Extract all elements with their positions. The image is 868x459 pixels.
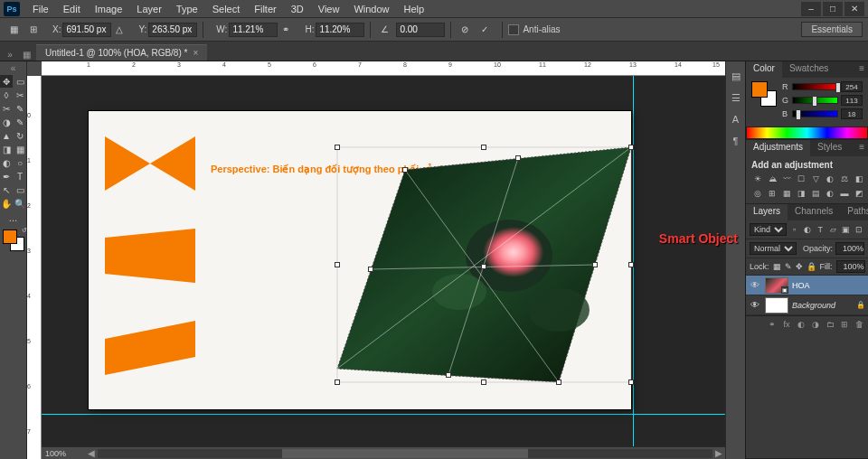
lasso-tool[interactable]: ◊ xyxy=(0,89,13,101)
x-field[interactable] xyxy=(62,23,111,37)
tab-channels[interactable]: Channels xyxy=(788,204,840,220)
visibility-icon[interactable]: 👁 xyxy=(749,300,761,310)
brush-tool[interactable]: ✎ xyxy=(14,116,26,128)
menu-select[interactable]: Select xyxy=(205,2,248,16)
blur-tool[interactable]: ◐ xyxy=(0,156,13,169)
invert-icon[interactable]: ◨ xyxy=(795,187,807,200)
filter-shape-icon[interactable]: ▱ xyxy=(828,224,838,235)
cancel-transform-icon[interactable]: ⊘ xyxy=(457,22,473,38)
transform-handle[interactable] xyxy=(515,155,521,161)
tab-swatches[interactable]: Swatches xyxy=(782,61,835,78)
delete-layer-icon[interactable]: 🗑 xyxy=(854,319,864,330)
bw-icon[interactable]: ◧ xyxy=(853,173,865,185)
channelmixer-icon[interactable]: ⊞ xyxy=(766,187,778,200)
canvas-area[interactable]: 1 2 3 4 5 6 7 8 9 10 11 12 13 14 15 0 1 … xyxy=(27,61,725,459)
gradient-tool[interactable]: ▦ xyxy=(14,143,26,155)
marquee-tool[interactable]: ▭ xyxy=(14,75,26,88)
lock-all-icon[interactable]: 🔒 xyxy=(807,262,816,271)
link-icon[interactable]: ⚭ xyxy=(278,22,294,38)
hue-icon[interactable]: ◐ xyxy=(824,173,836,185)
transform-handle[interactable] xyxy=(446,372,451,378)
gradientmap-icon[interactable]: ▬ xyxy=(838,187,851,200)
menu-layer[interactable]: Layer xyxy=(129,2,169,16)
workspace-switcher[interactable]: Essentials xyxy=(801,22,863,37)
paragraph-panel-icon[interactable]: ¶ xyxy=(729,134,743,148)
curves-icon[interactable]: 〰 xyxy=(780,173,793,185)
fg-swatch[interactable] xyxy=(751,81,768,98)
horizontal-guide[interactable] xyxy=(42,414,725,415)
zoom-tool[interactable]: 🔍 xyxy=(14,197,26,210)
horizontal-scrollbar[interactable]: 100% ◀ ▶ xyxy=(42,446,725,459)
panel-menu-icon[interactable]: ≡ xyxy=(855,140,868,156)
antialias-checkbox[interactable] xyxy=(508,24,519,35)
threshold-icon[interactable]: ◐ xyxy=(824,187,836,200)
transform-handle[interactable] xyxy=(628,262,634,267)
history-panel-icon[interactable]: ▤ xyxy=(729,69,743,83)
panel-menu-icon[interactable]: ≡ xyxy=(855,61,868,78)
quick-select-tool[interactable]: ✂ xyxy=(14,89,26,101)
shape-tool[interactable]: ▭ xyxy=(14,183,26,196)
transform-handle[interactable] xyxy=(368,267,373,272)
close-button[interactable]: ✕ xyxy=(844,2,864,16)
move-tool[interactable]: ✥ xyxy=(0,75,13,88)
panel-group-icon[interactable]: ▦ xyxy=(20,48,33,61)
posterize-icon[interactable]: ▤ xyxy=(809,187,822,200)
w-field[interactable] xyxy=(229,23,278,37)
layer-mask-icon[interactable]: ◐ xyxy=(796,319,807,330)
expand-panels-icon[interactable]: » xyxy=(4,48,16,61)
menu-image[interactable]: Image xyxy=(88,2,130,16)
zoom-level[interactable]: 100% xyxy=(42,449,85,458)
menu-file[interactable]: File xyxy=(25,2,56,16)
layer-name[interactable]: HOA xyxy=(792,281,865,290)
new-layer-icon[interactable]: ⊞ xyxy=(839,319,850,330)
b-slider[interactable] xyxy=(792,110,838,117)
tab-paths[interactable]: Paths xyxy=(840,204,868,220)
angle-field[interactable] xyxy=(396,23,445,37)
exposure-icon[interactable]: ☐ xyxy=(795,173,807,185)
colorbalance-icon[interactable]: ⚖ xyxy=(838,173,851,185)
g-value[interactable]: 113 xyxy=(841,95,863,106)
path-select-tool[interactable]: ↖ xyxy=(0,183,13,196)
commit-transform-icon[interactable]: ✓ xyxy=(476,22,493,38)
photofilter-icon[interactable]: ◎ xyxy=(751,187,764,200)
eyedropper-tool[interactable]: ✎ xyxy=(14,102,26,115)
history-brush-tool[interactable]: ↻ xyxy=(14,129,26,142)
transform-handle[interactable] xyxy=(628,145,634,150)
ruler-origin[interactable] xyxy=(27,61,42,76)
tab-styles[interactable]: Styles xyxy=(810,140,849,156)
pen-tool[interactable]: ✒ xyxy=(0,170,13,183)
layer-row[interactable]: 👁 ▣ HOA xyxy=(746,276,868,295)
type-tool[interactable]: T xyxy=(14,170,26,183)
r-value[interactable]: 254 xyxy=(841,81,863,92)
tab-adjustments[interactable]: Adjustments xyxy=(746,140,810,156)
filter-type-icon[interactable]: T xyxy=(816,224,826,235)
menu-3d[interactable]: 3D xyxy=(284,2,311,16)
menu-help[interactable]: Help xyxy=(397,2,432,16)
delta-icon[interactable]: △ xyxy=(111,22,127,38)
r-slider[interactable] xyxy=(792,83,838,90)
layer-thumb[interactable] xyxy=(765,297,788,314)
colorlookup-icon[interactable]: ▦ xyxy=(780,187,793,200)
visibility-icon[interactable]: 👁 xyxy=(749,280,761,290)
healing-tool[interactable]: ◑ xyxy=(0,116,13,128)
filter-toggle-icon[interactable]: ⊡ xyxy=(854,224,864,235)
selectivecolor-icon[interactable]: ◩ xyxy=(853,187,865,200)
blend-mode-select[interactable]: Normal xyxy=(750,242,797,255)
transform-handle[interactable] xyxy=(592,262,598,267)
color-spectrum[interactable] xyxy=(746,126,868,139)
transform-handle[interactable] xyxy=(481,145,486,150)
close-tab-icon[interactable]: × xyxy=(193,48,198,58)
lock-pixels-icon[interactable]: ✎ xyxy=(785,262,792,271)
color-panel-swatch[interactable] xyxy=(751,81,777,107)
layer-filter-kind[interactable]: Kind xyxy=(750,223,787,236)
fill-field[interactable] xyxy=(836,260,865,273)
transform-handle[interactable] xyxy=(481,379,486,385)
lock-position-icon[interactable]: ✥ xyxy=(796,262,803,271)
tab-color[interactable]: Color xyxy=(746,61,782,78)
foreground-color[interactable] xyxy=(3,230,17,244)
horizontal-ruler[interactable]: 1 2 3 4 5 6 7 8 9 10 11 12 13 14 15 xyxy=(42,61,725,76)
lock-transparency-icon[interactable]: ▦ xyxy=(773,262,781,271)
layer-thumb[interactable]: ▣ xyxy=(765,277,788,294)
filter-pixel-icon[interactable]: ▫ xyxy=(789,224,799,235)
hand-tool[interactable]: ✋ xyxy=(0,197,13,210)
